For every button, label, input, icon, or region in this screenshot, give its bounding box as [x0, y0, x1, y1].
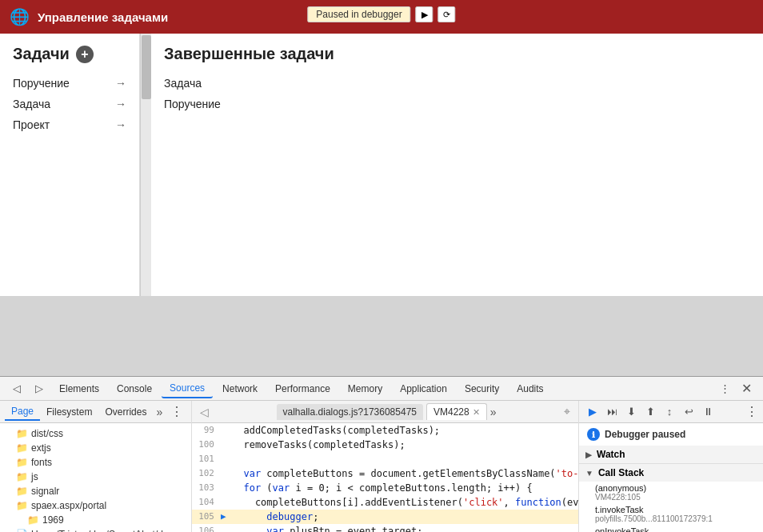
task-item-label: Задача	[13, 98, 50, 110]
step-out-btn[interactable]: ⬆	[641, 403, 659, 421]
app-area: 🌐 Управление задачами Paused in debugger…	[0, 0, 763, 296]
tree-item-1969[interactable]: 📁 1969	[0, 513, 191, 527]
tab-security[interactable]: Security	[457, 380, 507, 398]
globe-icon: 🌐	[10, 7, 30, 26]
tree-item-signalr[interactable]: 📁 signalr	[0, 484, 191, 498]
code-line-103: 103 for (var i = 0; i < completeButtons.…	[192, 481, 578, 495]
tree-item-js[interactable]: 📁 js	[0, 470, 191, 484]
sidebar-more-btn[interactable]: »	[153, 406, 166, 418]
debugger-step-btn[interactable]: ⟳	[438, 6, 456, 22]
line-number: 102	[192, 466, 221, 481]
code-tab-label: VM4228	[433, 406, 469, 418]
tree-item-distcss[interactable]: 📁 dist/css	[0, 426, 191, 441]
devtools-main: Page Filesystem Overrides » ⋮ 📁 dist/css…	[0, 401, 763, 532]
folder-icon: 📁	[16, 500, 28, 511]
tab-memory[interactable]: Memory	[340, 380, 390, 398]
code-line-100: 100 removeTasks(completedTasks);	[192, 438, 578, 452]
scroll-area[interactable]	[140, 34, 151, 296]
devtools-nav-back-btn[interactable]: ◁	[6, 379, 27, 398]
devtools-more-btn[interactable]: ⋮	[714, 379, 735, 398]
line-code: completeButtons[i].addEventListener('cli…	[232, 495, 578, 510]
tree-item-fonts[interactable]: 📁 fonts	[0, 455, 191, 470]
deactivate-btn[interactable]: ↩	[680, 403, 697, 421]
tasks-title: Задачи +	[13, 45, 126, 63]
task-item-proekt[interactable]: Проект →	[13, 114, 126, 135]
step-btn[interactable]: ↕	[661, 403, 678, 421]
folder-icon: 📁	[27, 514, 39, 526]
line-number: 101	[192, 452, 221, 466]
tree-item-label: spaex.aspx/portal	[31, 500, 106, 511]
task-item-poruchenie[interactable]: Поручение →	[13, 73, 126, 94]
completed-item-zadacha[interactable]: Задача	[164, 73, 750, 94]
tab-network[interactable]: Network	[214, 380, 266, 398]
tab-elements[interactable]: Elements	[51, 380, 107, 398]
tab-audits[interactable]: Audits	[509, 380, 551, 398]
step-into-btn[interactable]: ⬇	[622, 403, 640, 421]
completed-item-poruchenie[interactable]: Поручение	[164, 94, 750, 114]
code-line-99: 99 addCompletedTasks(completedTasks);	[192, 423, 578, 438]
tree-item-sweetalert[interactable]: 📄 Users/Tristan/dev/SweetAlert/de…	[0, 527, 191, 532]
tab-performance[interactable]: Performance	[267, 380, 338, 398]
tasks-panel: Задачи + Поручение → Задача → Проект →	[0, 34, 140, 296]
tree-item-extjs[interactable]: 📁 extjs	[0, 441, 191, 455]
tab-application[interactable]: Application	[392, 380, 455, 398]
callstack-item-anonymous[interactable]: (anonymous) VM4228:105	[579, 482, 763, 503]
debugger-banner: Paused in debugger ▶ ⟳	[307, 6, 455, 22]
code-content[interactable]: 99 addCompletedTasks(completedTasks); 10…	[192, 423, 578, 532]
code-tab-valhalla[interactable]: valhalla.dialogs.js?1736085475	[277, 404, 423, 420]
callstack-location: VM4228:105	[595, 493, 755, 502]
line-number: 100	[192, 438, 221, 452]
sidebar-tab-filesystem[interactable]: Filesystem	[40, 404, 98, 420]
callstack-location: polyfills.7500b...811100172379:1	[595, 514, 755, 523]
tree-item-label: signalr	[31, 486, 59, 497]
add-task-button[interactable]: +	[76, 46, 94, 63]
line-arrow: ▶	[221, 510, 232, 524]
debugger-resume-btn[interactable]: ▶	[416, 6, 433, 22]
devtools: ◁ ▷ Elements Console Sources Network Per…	[0, 376, 763, 532]
code-tab-nav-left[interactable]: ◁	[197, 406, 212, 418]
close-icon[interactable]: ✕	[473, 407, 480, 418]
app-content: Задачи + Поручение → Задача → Проект → З…	[0, 34, 763, 296]
call-stack-label: Call Stack	[598, 467, 644, 478]
code-tab-more-btn[interactable]: »	[490, 406, 497, 418]
tree-item-label: Users/Tristan/dev/SweetAlert/de…	[31, 529, 178, 532]
task-item-label: Проект	[13, 118, 50, 131]
line-code: var completeButtons = document.getElemen…	[232, 466, 578, 481]
callstack-name: (anonymous)	[595, 483, 755, 493]
devtools-nav-forward-btn[interactable]: ▷	[29, 379, 50, 398]
callstack-item-invoketask1[interactable]: t.invokeTask polyfills.7500b...811100172…	[579, 503, 763, 525]
debugger-panel: ▶ ⏭ ⬇ ⬆ ↕ ↩ ⏸ ⋮ ℹ Debugger paused ▶	[579, 401, 763, 532]
line-code: removeTasks(completedTasks);	[232, 438, 578, 452]
task-item-zadacha[interactable]: Задача →	[13, 94, 126, 114]
call-stack-section: ▼ Call Stack (anonymous) VM4228:105 t.in…	[579, 464, 763, 532]
debug-toolbar: ▶ ⏭ ⬇ ⬆ ↕ ↩ ⏸ ⋮	[579, 401, 763, 423]
sidebar-tab-page[interactable]: Page	[5, 403, 40, 421]
code-tab-vm4228[interactable]: VM4228 ✕	[426, 403, 487, 420]
sidebar-tab-overrides[interactable]: Overrides	[98, 404, 153, 420]
tree-item-portal[interactable]: 📁 spaex.aspx/portal	[0, 498, 191, 513]
callstack-item-oninvoketask[interactable]: onInvokeTask main.364c64a3e...8111000268…	[579, 525, 763, 532]
code-line-105: 105 ▶ debugger;	[192, 510, 578, 524]
debug-more-btn[interactable]: ⋮	[745, 404, 758, 419]
tab-sources[interactable]: Sources	[162, 379, 213, 398]
line-code: debugger;	[232, 510, 578, 524]
call-stack-section-header[interactable]: ▼ Call Stack	[579, 464, 763, 482]
watch-section-header[interactable]: ▶ Watch	[579, 446, 763, 463]
arrow-icon: →	[115, 77, 126, 90]
resume-btn[interactable]: ▶	[584, 403, 601, 421]
scroll-thumb[interactable]	[142, 35, 151, 99]
completed-title: Завершенные задачи	[164, 45, 750, 63]
watch-section: ▶ Watch	[579, 446, 763, 464]
pause-btn[interactable]: ⏸	[699, 403, 717, 421]
chevron-down-icon: ▼	[585, 469, 593, 478]
callstack-name: onInvokeTask	[595, 526, 755, 532]
tree-item-label: fonts	[31, 457, 52, 468]
code-format-btn[interactable]: ⌖	[561, 405, 573, 418]
step-over-btn[interactable]: ⏭	[603, 403, 621, 421]
sidebar-action-btn[interactable]: ⋮	[167, 404, 186, 419]
tab-console[interactable]: Console	[109, 380, 160, 398]
devtools-sidebar: Page Filesystem Overrides » ⋮ 📁 dist/css…	[0, 401, 192, 532]
debug-content: ℹ Debugger paused ▶ Watch ▼ Call Stack	[579, 423, 763, 532]
devtools-close-btn[interactable]: ✕	[737, 379, 757, 398]
devtools-toolbar: ◁ ▷ Elements Console Sources Network Per…	[0, 377, 763, 401]
